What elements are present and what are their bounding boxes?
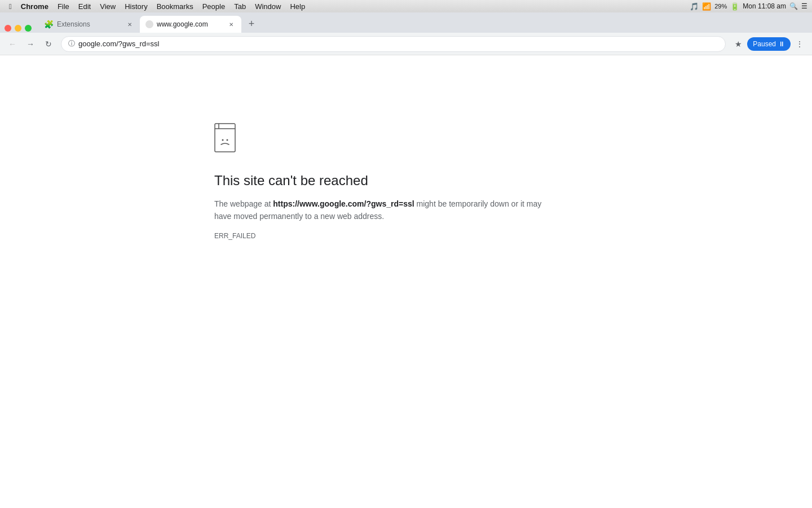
menu-tab[interactable]: Tab: [230, 0, 250, 12]
error-code: ERR_FAILED: [214, 232, 553, 240]
new-tab-button[interactable]: +: [244, 16, 259, 32]
svg-point-4: [227, 139, 228, 141]
tab-extensions-title: Extensions: [57, 20, 122, 28]
svg-point-3: [222, 139, 224, 141]
address-bar[interactable]: ⓘ google.com/?gws_rd=ssl: [61, 36, 726, 52]
menu-window[interactable]: Window: [250, 0, 285, 12]
menu-bar-right: 🎵 📶 29% 🔋 Mon 11:08 am 🔍 ☰: [690, 2, 807, 11]
google-favicon: [145, 20, 153, 28]
traffic-lights: [5, 25, 32, 33]
error-description: The webpage at https://www.google.com/?g…: [214, 198, 553, 223]
battery-icon: 🔋: [730, 2, 739, 11]
tab-google-close[interactable]: ✕: [227, 20, 236, 29]
tab-google-title: www.google.com: [157, 20, 223, 28]
menu-chrome[interactable]: Chrome: [16, 0, 53, 12]
menu-bookmarks[interactable]: Bookmarks: [152, 0, 198, 12]
menu-file[interactable]: File: [53, 0, 74, 12]
menu-help[interactable]: Help: [285, 0, 310, 12]
error-desc-before: The webpage at: [214, 199, 273, 208]
info-icon: ⓘ: [68, 39, 75, 49]
bluetooth-icon: 🎵: [690, 2, 699, 11]
menu-bar:  Chrome File Edit View History Bookmark…: [0, 0, 812, 12]
chrome-window: 🧩 Extensions ✕ www.google.com ✕ + ← → ↻ …: [0, 12, 812, 508]
clock: Mon 11:08 am: [743, 2, 786, 10]
maximize-button[interactable]: [25, 25, 32, 32]
menu-people[interactable]: People: [198, 0, 230, 12]
nav-right-icons: ★ Paused ⏸ ⋮: [730, 36, 807, 52]
apple-menu[interactable]: : [5, 0, 16, 12]
forward-button[interactable]: →: [23, 36, 38, 52]
paused-icon: ⏸: [778, 40, 785, 48]
menu-edit[interactable]: Edit: [74, 0, 95, 12]
tab-google[interactable]: www.google.com ✕: [140, 16, 241, 33]
address-text[interactable]: google.com/?gws_rd=ssl: [78, 40, 718, 48]
nav-bar: ← → ↻ ⓘ google.com/?gws_rd=ssl ★ Paused …: [0, 33, 812, 55]
tab-extensions[interactable]: 🧩 Extensions ✕: [38, 16, 140, 33]
tab-extensions-close[interactable]: ✕: [125, 20, 134, 29]
tab-bar: 🧩 Extensions ✕ www.google.com ✕ +: [0, 12, 812, 33]
paused-label: Paused: [753, 40, 776, 48]
more-options-button[interactable]: ⋮: [792, 36, 807, 52]
bookmark-star-icon[interactable]: ★: [730, 36, 746, 52]
control-center-icon[interactable]: ☰: [801, 2, 807, 10]
error-title: This site can't be reached: [214, 173, 553, 189]
back-button[interactable]: ←: [5, 36, 20, 52]
wifi-icon: 📶: [702, 2, 711, 11]
error-icon: [214, 123, 240, 152]
svg-rect-0: [215, 124, 235, 152]
paused-button[interactable]: Paused ⏸: [747, 37, 791, 51]
menu-view[interactable]: View: [95, 0, 120, 12]
page-content: This site can't be reached The webpage a…: [0, 55, 812, 508]
menu-history[interactable]: History: [120, 0, 152, 12]
error-container: This site can't be reached The webpage a…: [214, 123, 553, 240]
reload-button[interactable]: ↻: [41, 36, 56, 52]
error-url: https://www.google.com/?gws_rd=ssl: [273, 199, 414, 208]
battery-percent: 29%: [714, 3, 727, 10]
menu-bar-left:  Chrome File Edit View History Bookmark…: [5, 0, 310, 12]
search-icon[interactable]: 🔍: [789, 2, 798, 10]
close-button[interactable]: [5, 25, 11, 32]
extensions-favicon: 🧩: [44, 20, 54, 29]
minimize-button[interactable]: [15, 25, 21, 32]
